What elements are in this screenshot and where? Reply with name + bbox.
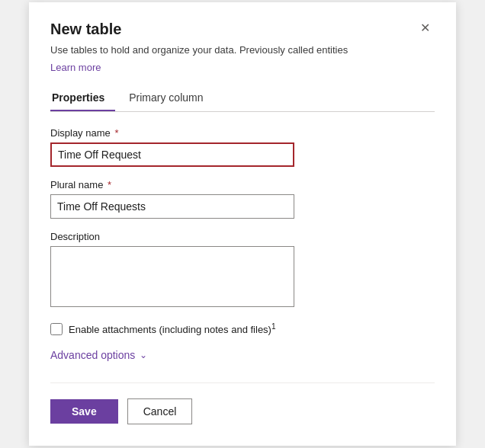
plural-name-label: Plural name * <box>50 179 435 190</box>
close-button[interactable]: ✕ <box>416 21 435 36</box>
description-label: Description <box>50 231 435 242</box>
new-table-dialog: New table ✕ Use tables to hold and organ… <box>29 2 456 446</box>
tab-properties[interactable]: Properties <box>50 85 115 111</box>
enable-attachments-label: Enable attachments (including notes and … <box>69 322 276 335</box>
description-textarea[interactable] <box>50 246 294 307</box>
plural-name-input[interactable] <box>50 194 294 219</box>
tab-bar: Properties Primary column <box>50 85 435 112</box>
dialog-description: Use tables to hold and organize your dat… <box>50 43 435 58</box>
display-name-required: * <box>112 127 119 139</box>
advanced-options-label: Advanced options <box>50 349 135 361</box>
enable-attachments-checkbox[interactable] <box>50 323 63 335</box>
tab-primary-column[interactable]: Primary column <box>127 85 214 111</box>
chevron-down-icon: ⌄ <box>140 350 147 360</box>
dialog-title: New table <box>50 21 121 38</box>
description-group: Description <box>50 231 435 310</box>
advanced-options-button[interactable]: Advanced options ⌄ <box>50 349 147 361</box>
display-name-input[interactable] <box>50 142 294 167</box>
display-name-group: Display name * <box>50 127 435 167</box>
plural-name-group: Plural name * <box>50 179 435 219</box>
dialog-header: New table ✕ <box>50 21 435 38</box>
display-name-label: Display name * <box>50 127 435 139</box>
plural-name-required: * <box>104 179 111 190</box>
cancel-button[interactable]: Cancel <box>127 398 193 424</box>
dialog-footer: Save Cancel <box>50 382 435 424</box>
enable-attachments-superscript: 1 <box>271 322 276 331</box>
save-button[interactable]: Save <box>50 399 118 424</box>
enable-attachments-row: Enable attachments (including notes and … <box>50 322 435 335</box>
learn-more-link[interactable]: Learn more <box>50 62 101 73</box>
